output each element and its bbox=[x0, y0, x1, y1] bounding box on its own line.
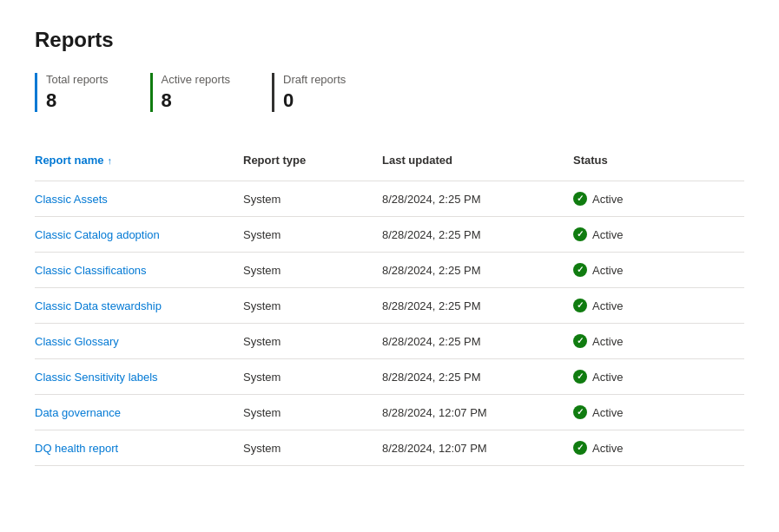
last-updated-cell: 8/28/2024, 2:25 PM bbox=[382, 289, 573, 323]
table-row: Classic Glossary System 8/28/2024, 2:25 … bbox=[35, 324, 744, 359]
status-active-icon bbox=[573, 405, 587, 419]
last-updated-cell: 8/28/2024, 2:25 PM bbox=[382, 218, 573, 252]
report-type-cell: System bbox=[243, 325, 382, 358]
status-active-icon bbox=[573, 227, 587, 241]
column-header-report-type: Report type bbox=[243, 147, 382, 174]
status-cell: Active bbox=[573, 359, 744, 394]
last-updated-cell: 8/28/2024, 2:25 PM bbox=[382, 182, 573, 216]
status-label: Active bbox=[592, 406, 623, 419]
stat-total-value: 8 bbox=[46, 89, 109, 112]
column-header-report-name[interactable]: Report name ↑ bbox=[35, 147, 243, 174]
stat-active-value: 8 bbox=[162, 89, 230, 112]
column-header-last-updated: Last updated bbox=[382, 147, 573, 174]
table-row: Data governance System 8/28/2024, 12:07 … bbox=[35, 395, 744, 430]
status-active-icon bbox=[573, 370, 587, 384]
report-type-cell: System bbox=[243, 360, 382, 394]
status-active-icon bbox=[573, 192, 587, 206]
report-name-cell[interactable]: Classic Catalog adoption bbox=[35, 218, 243, 252]
last-updated-cell: 8/28/2024, 12:07 PM bbox=[382, 431, 573, 465]
last-updated-cell: 8/28/2024, 2:25 PM bbox=[382, 325, 573, 358]
status-label: Active bbox=[592, 228, 623, 241]
report-type-cell: System bbox=[243, 431, 382, 465]
status-label: Active bbox=[592, 193, 623, 206]
status-cell: Active bbox=[573, 430, 744, 465]
report-name-cell[interactable]: Classic Data stewardship bbox=[35, 289, 243, 323]
stats-row: Total reports 8 Active reports 8 Draft r… bbox=[35, 73, 744, 112]
status-active-icon bbox=[573, 441, 587, 455]
status-cell: Active bbox=[573, 324, 744, 358]
report-name-cell[interactable]: Data governance bbox=[35, 396, 243, 430]
last-updated-cell: 8/28/2024, 2:25 PM bbox=[382, 360, 573, 394]
status-label: Active bbox=[592, 264, 623, 277]
page-container: Reports Total reports 8 Active reports 8… bbox=[0, 0, 779, 532]
report-type-cell: System bbox=[243, 182, 382, 216]
status-active-icon bbox=[573, 334, 587, 348]
table-row: Classic Classifications System 8/28/2024… bbox=[35, 253, 744, 288]
report-name-cell[interactable]: Classic Classifications bbox=[35, 253, 243, 287]
table-row: Classic Assets System 8/28/2024, 2:25 PM… bbox=[35, 181, 744, 217]
stat-total-reports: Total reports 8 bbox=[35, 73, 109, 112]
status-cell: Active bbox=[573, 181, 744, 216]
column-header-status: Status bbox=[573, 147, 744, 174]
status-cell: Active bbox=[573, 288, 744, 323]
status-label: Active bbox=[592, 335, 623, 348]
report-name-cell[interactable]: Classic Assets bbox=[35, 182, 243, 216]
status-cell: Active bbox=[573, 217, 744, 252]
table-row: Classic Catalog adoption System 8/28/202… bbox=[35, 217, 744, 253]
table-row: Classic Sensitivity labels System 8/28/2… bbox=[35, 359, 744, 395]
sort-arrow-icon: ↑ bbox=[107, 155, 112, 166]
report-type-cell: System bbox=[243, 396, 382, 430]
status-label: Active bbox=[592, 299, 623, 312]
report-type-cell: System bbox=[243, 289, 382, 323]
status-label: Active bbox=[592, 371, 623, 384]
stat-draft-reports: Draft reports 0 bbox=[272, 73, 346, 112]
last-updated-cell: 8/28/2024, 12:07 PM bbox=[382, 396, 573, 430]
status-label: Active bbox=[592, 442, 623, 455]
report-name-cell[interactable]: Classic Sensitivity labels bbox=[35, 360, 243, 394]
stat-total-label: Total reports bbox=[46, 73, 109, 86]
page-title: Reports bbox=[35, 28, 744, 52]
last-updated-cell: 8/28/2024, 2:25 PM bbox=[382, 253, 573, 287]
status-cell: Active bbox=[573, 253, 744, 287]
stat-active-label: Active reports bbox=[162, 73, 230, 86]
table-row: DQ health report System 8/28/2024, 12:07… bbox=[35, 430, 744, 466]
report-name-cell[interactable]: Classic Glossary bbox=[35, 325, 243, 358]
table-body: Classic Assets System 8/28/2024, 2:25 PM… bbox=[35, 181, 744, 466]
report-type-cell: System bbox=[243, 253, 382, 287]
reports-table: Report name ↑ Report type Last updated S… bbox=[35, 147, 744, 466]
status-cell: Active bbox=[573, 395, 744, 430]
stat-draft-value: 0 bbox=[283, 89, 346, 112]
report-name-cell[interactable]: DQ health report bbox=[35, 431, 243, 465]
report-type-cell: System bbox=[243, 218, 382, 252]
table-header: Report name ↑ Report type Last updated S… bbox=[35, 147, 744, 181]
status-active-icon bbox=[573, 299, 587, 312]
table-row: Classic Data stewardship System 8/28/202… bbox=[35, 288, 744, 324]
stat-active-reports: Active reports 8 bbox=[150, 73, 230, 112]
stat-draft-label: Draft reports bbox=[283, 73, 346, 86]
status-active-icon bbox=[573, 263, 587, 277]
